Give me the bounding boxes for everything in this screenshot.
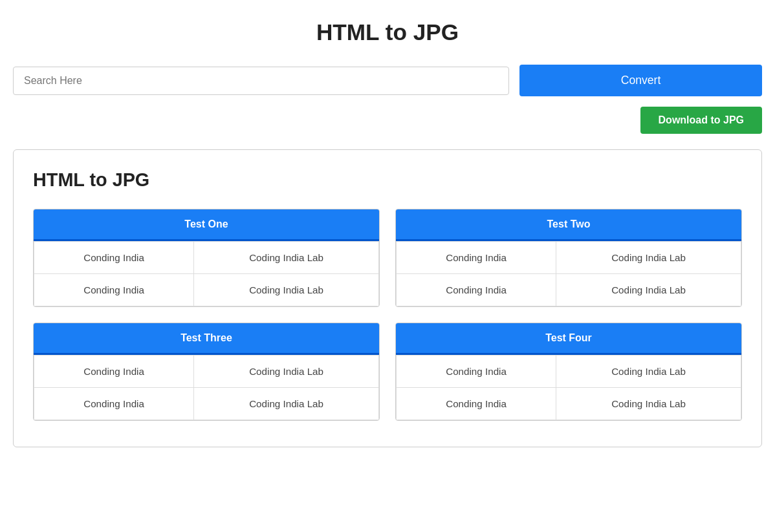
data-table-4: Conding IndiaCoding India LabConding Ind… [396,355,741,420]
table-cell: Conding India [34,356,194,388]
table-header-4: Test Four [396,323,741,355]
data-table-3: Conding IndiaCoding India LabConding Ind… [34,355,379,420]
tables-grid: Test OneConding IndiaCoding India LabCon… [33,209,742,421]
table-cell: Coding India Lab [556,388,741,420]
table-cell: Conding India [397,274,556,306]
table-cell: Coding India Lab [556,274,741,306]
table-wrapper-3: Test ThreeConding IndiaCoding India LabC… [33,323,380,421]
table-row: Conding IndiaCoding India Lab [397,274,741,306]
table-row: Conding IndiaCoding India Lab [397,356,741,388]
table-cell: Conding India [397,242,556,274]
download-bar: Download to JPG [13,107,762,134]
table-header-3: Test Three [34,323,379,355]
page-title: HTML to JPG [13,19,762,45]
table-wrapper-4: Test FourConding IndiaCoding India LabCo… [395,323,742,421]
table-row: Conding IndiaCoding India Lab [34,356,379,388]
table-cell: Coding India Lab [194,242,379,274]
table-row: Conding IndiaCoding India Lab [34,242,379,274]
table-cell: Coding India Lab [556,242,741,274]
top-bar: Convert [13,65,762,96]
table-cell: Coding India Lab [194,274,379,306]
table-wrapper-1: Test OneConding IndiaCoding India LabCon… [33,209,380,307]
table-header-2: Test Two [396,209,741,241]
table-header-1: Test One [34,209,379,241]
preview-title: HTML to JPG [33,169,742,191]
table-cell: Conding India [34,242,194,274]
table-cell: Conding India [34,274,194,306]
table-cell: Coding India Lab [194,388,379,420]
table-wrapper-2: Test TwoConding IndiaCoding India LabCon… [395,209,742,307]
download-button[interactable]: Download to JPG [640,107,762,134]
search-input[interactable] [13,67,509,95]
table-cell: Conding India [397,356,556,388]
data-table-2: Conding IndiaCoding India LabConding Ind… [396,241,741,306]
table-row: Conding IndiaCoding India Lab [397,388,741,420]
data-table-1: Conding IndiaCoding India LabConding Ind… [34,241,379,306]
table-cell: Conding India [34,388,194,420]
table-cell: Coding India Lab [556,356,741,388]
table-cell: Coding India Lab [194,356,379,388]
table-row: Conding IndiaCoding India Lab [34,388,379,420]
convert-button[interactable]: Convert [519,65,762,96]
table-row: Conding IndiaCoding India Lab [34,274,379,306]
table-row: Conding IndiaCoding India Lab [397,242,741,274]
preview-box: HTML to JPG Test OneConding IndiaCoding … [13,149,762,447]
table-cell: Conding India [397,388,556,420]
